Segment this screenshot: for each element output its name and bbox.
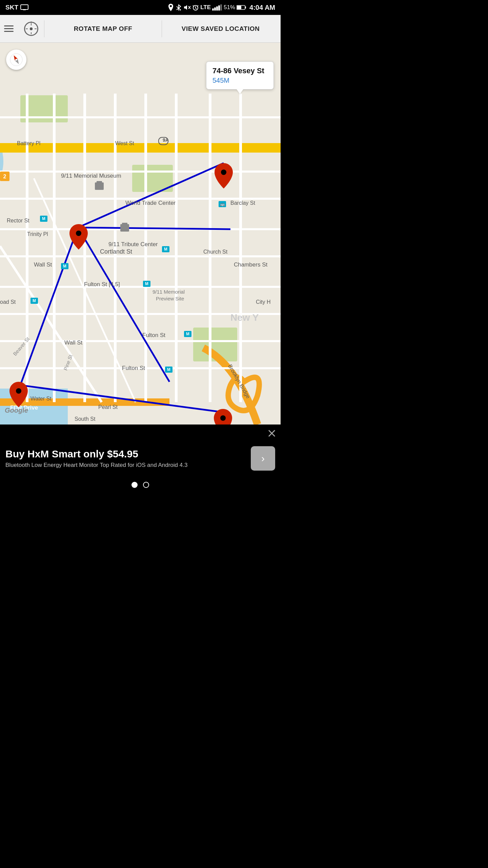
compass-button[interactable]	[6, 50, 26, 70]
svg-rect-14	[220, 4, 222, 11]
svg-text:Fulton St [4,5]: Fulton St [4,5]	[84, 281, 120, 288]
svg-rect-59	[97, 181, 102, 183]
screen-icon	[20, 4, 28, 11]
svg-rect-12	[216, 6, 218, 11]
svg-text:City H: City H	[256, 299, 271, 305]
svg-text:M: M	[63, 264, 66, 269]
ad-banner: Buy HxM Smart only $54.95 Bluetooth Low …	[0, 425, 281, 492]
dot-2	[143, 482, 149, 488]
svg-text:Fulton St: Fulton St	[122, 365, 145, 371]
svg-text:New Y: New Y	[230, 312, 259, 323]
bluetooth-icon	[175, 4, 182, 11]
svg-rect-0	[21, 5, 28, 9]
svg-text:M: M	[33, 298, 36, 303]
svg-text:Barclay St: Barclay St	[230, 200, 255, 206]
svg-line-8	[193, 5, 194, 6]
svg-rect-16	[245, 6, 246, 8]
svg-text:Wall St: Wall St	[34, 261, 52, 268]
toolbar-divider-1	[44, 20, 44, 37]
svg-text:Chambers St: Chambers St	[234, 261, 267, 268]
svg-rect-11	[214, 7, 216, 11]
tooltip-distance: 545M	[212, 77, 267, 84]
ad-next-arrow: ›	[261, 453, 265, 464]
svg-rect-58	[95, 182, 104, 190]
svg-rect-10	[212, 8, 214, 11]
svg-text:Trinity Pl: Trinity Pl	[27, 231, 48, 237]
svg-text:Battery Pl: Battery Pl	[17, 140, 40, 146]
svg-rect-1	[23, 9, 26, 10]
ad-subtitle: Bluetooth Low Energy Heart Monitor Top R…	[5, 462, 247, 469]
svg-point-97	[76, 231, 81, 236]
svg-rect-17	[237, 6, 241, 9]
google-logo: Google	[5, 407, 28, 414]
svg-text:2: 2	[3, 174, 6, 179]
location-tooltip[interactable]: 74-86 Vesey St 545M	[206, 61, 274, 90]
svg-text:Wall St: Wall St	[64, 339, 82, 346]
svg-point-95	[221, 170, 226, 175]
svg-text:M: M	[164, 247, 167, 252]
svg-text:Fulton St: Fulton St	[142, 332, 165, 338]
svg-rect-60	[120, 224, 129, 232]
menu-button[interactable]	[4, 25, 21, 32]
status-bar: SKT LTE	[0, 0, 281, 15]
svg-line-7	[196, 8, 197, 9]
svg-text:Rector St: Rector St	[7, 218, 29, 223]
location-icon	[168, 4, 174, 11]
svg-text:M: M	[186, 332, 189, 336]
svg-text:M: M	[145, 281, 148, 286]
alarm-icon	[192, 4, 199, 11]
svg-point-99	[16, 388, 21, 394]
svg-text:World Trade Center: World Trade Center	[125, 200, 176, 206]
battery-label: 51%	[224, 4, 235, 11]
svg-text:West St: West St	[115, 140, 134, 146]
svg-text:Cortlandt St: Cortlandt St	[100, 248, 132, 255]
google-text: Google	[5, 407, 28, 414]
ad-text-block: Buy HxM Smart only $54.95 Bluetooth Low …	[5, 448, 247, 469]
ad-close-button[interactable]	[266, 428, 277, 439]
svg-text:M: M	[42, 216, 45, 221]
rotate-map-button[interactable]: ROTATE MAP OFF	[47, 15, 159, 43]
view-saved-button[interactable]: VIEW SAVED LOCATION	[165, 15, 277, 43]
tooltip-address: 74-86 Vesey St	[212, 66, 267, 75]
ad-next-button[interactable]: ›	[251, 446, 275, 471]
svg-text:South St: South St	[75, 416, 96, 422]
svg-text:Pearl St: Pearl St	[98, 404, 118, 410]
svg-text:M: M	[167, 367, 170, 372]
svg-text:9/11 Memorial Museum: 9/11 Memorial Museum	[61, 173, 121, 179]
svg-text:Preview Site: Preview Site	[156, 296, 184, 301]
dot-1	[131, 482, 138, 488]
network-label: LTE	[200, 4, 211, 11]
ad-title: Buy HxM Smart only $54.95	[5, 448, 247, 460]
svg-point-102	[10, 54, 22, 66]
toolbar-divider-2	[162, 20, 162, 37]
map-container[interactable]: M 🚌 M M M M M M Battery Pl West St 9A	[0, 43, 281, 425]
gps-button[interactable]	[21, 22, 41, 36]
svg-point-101	[220, 415, 226, 421]
carrier-label: SKT	[5, 4, 18, 11]
svg-text:Church St: Church St	[203, 249, 228, 255]
svg-line-9	[197, 5, 198, 6]
svg-text:9/11 Tribute Center: 9/11 Tribute Center	[108, 241, 158, 248]
svg-text:9/11 Memorial: 9/11 Memorial	[152, 289, 185, 295]
signal-icon	[212, 4, 222, 11]
svg-rect-61	[122, 223, 127, 225]
svg-text:🚌: 🚌	[220, 201, 225, 206]
toolbar: ROTATE MAP OFF VIEW SAVED LOCATION	[0, 15, 281, 43]
volume-mute-icon	[183, 4, 191, 11]
time-label: 4:04 AM	[249, 4, 275, 12]
dots-indicator	[0, 477, 281, 492]
battery-icon	[237, 5, 247, 10]
svg-point-2	[170, 5, 172, 7]
svg-rect-13	[218, 5, 220, 11]
svg-text:oad St: oad St	[0, 299, 16, 305]
svg-text:Water St: Water St	[30, 396, 52, 401]
